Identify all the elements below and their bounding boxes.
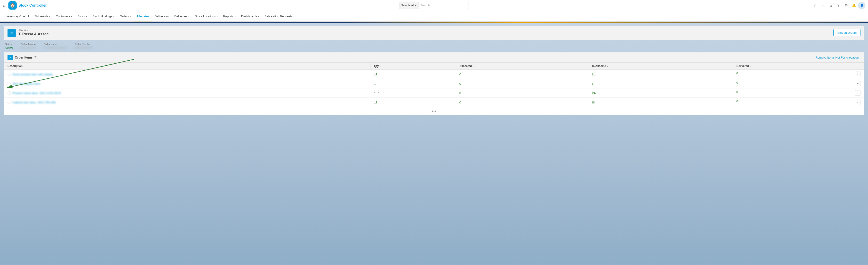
qty-value: 1 (374, 82, 376, 85)
cell-to-allocate: 18 (588, 98, 733, 107)
order-name-value: T. Rossa & Assoc. (44, 46, 67, 49)
top-right-icons: ☆ + ⌂ ? ⚙ 🔔 👤 (812, 2, 865, 9)
cell-to-allocate: 11 (588, 70, 733, 79)
status-label: Status (5, 43, 13, 46)
allocated-value: 0 (460, 101, 461, 104)
order-amount-value: $12,345.00 (21, 46, 36, 49)
favorites-icon[interactable]: ☆ (812, 2, 819, 9)
qty-value: 11 (374, 73, 377, 76)
cell-qty: 1 (370, 79, 456, 88)
table-card-header: ≡ Order Items (4) Remove Items Not For A… (4, 52, 864, 63)
cell-description: Some product item with details (4, 70, 370, 79)
description-link[interactable]: Cabinet item desc. SKU-765-456 (12, 101, 56, 104)
sort-icon: ▾ (607, 65, 608, 67)
meta-order-name: Order Name T. Rossa & Assoc. (44, 43, 67, 49)
meta-status: Status Active (5, 43, 13, 49)
order-number-value: ORD-000123 (74, 46, 92, 49)
sort-icon: ▾ (380, 65, 381, 67)
order-header-card: ≡ Allocator T. Rossa & Assoc. Search Ord… (4, 26, 864, 40)
cell-allocated: 0 (456, 98, 588, 107)
cell-allocated: 0 (456, 79, 588, 88)
row-radio[interactable] (7, 91, 11, 95)
table-row: Product name desc. SKU-1234-5678 137 0 1… (4, 88, 864, 98)
row-expand-button[interactable]: ▾ (855, 81, 861, 86)
table-icon: ≡ (7, 55, 13, 60)
chevron-down-icon: ▾ (235, 15, 236, 18)
nav-item-deliverator[interactable]: Deliverator (152, 11, 172, 22)
nav-item-stock-holdings[interactable]: Stock Holdings ▾ (90, 11, 117, 22)
order-header-icon: ≡ (7, 29, 16, 37)
cell-delivered: 0 ▾ (733, 70, 864, 79)
remove-items-button[interactable]: Remove Items Not For Allocation (814, 55, 861, 60)
col-qty: Qty ▾ (370, 63, 456, 70)
nav-item-allocator[interactable]: Allocator (133, 11, 152, 22)
nav-item-inventory-control[interactable]: Inventory Control (4, 11, 32, 22)
meta-order-number: Order Number ORD-000123 (74, 43, 92, 49)
nav-item-fabrication-requests[interactable]: Fabrication Requests ▾ (262, 11, 297, 22)
chevron-down-icon: ▾ (415, 4, 416, 7)
cell-description: Product name desc. SKU-1234-5678 (4, 88, 370, 98)
table-row: Some product item with details 11 0 11 0… (4, 70, 864, 79)
order-header-left: ≡ Allocator T. Rossa & Assoc. (7, 29, 50, 37)
nav-item-orders[interactable]: Orders ▾ (117, 11, 134, 22)
waffle-icon[interactable]: ⠿ (3, 3, 6, 8)
row-radio[interactable] (7, 101, 11, 104)
description-link[interactable]: Item description here (12, 82, 40, 85)
cell-delivered: 0 ▾ (733, 98, 864, 107)
row-radio[interactable] (7, 82, 11, 85)
table-row: Item description here 1 0 1 0 ▾ (4, 79, 864, 88)
sort-icon: ▾ (750, 65, 751, 67)
nav-item-reports[interactable]: Reports ▾ (220, 11, 238, 22)
cell-allocated: 0 (456, 70, 588, 79)
description-link[interactable]: Some product item with details (12, 73, 53, 76)
nav-item-deliveries[interactable]: Deliveries ▾ (172, 11, 192, 22)
qty-value: 137 (374, 91, 379, 95)
setup-icon[interactable]: ⚙ (842, 2, 850, 9)
cell-qty: 137 (370, 88, 456, 98)
col-allocated: Allocated ▾ (456, 63, 588, 70)
avatar[interactable]: 👤 (858, 2, 865, 9)
order-number-label: Order Number (74, 43, 92, 46)
cell-to-allocate: 137 (588, 88, 733, 98)
cell-description: Item description here (4, 79, 370, 88)
row-expand-button[interactable]: ▾ (855, 72, 861, 77)
col-delivered: Delivered ▾ (733, 63, 864, 70)
search-scope[interactable]: Search: All ▾ (399, 2, 418, 9)
nav-item-stock[interactable]: Stock ▾ (75, 11, 90, 22)
nav-item-dashboards[interactable]: Dashboards ▾ (238, 11, 262, 22)
help-icon[interactable]: ? (835, 2, 842, 9)
search-input[interactable] (418, 2, 469, 9)
to-allocate-value: 137 (591, 91, 596, 95)
app-name: Stock Controller (19, 3, 46, 7)
plus-icon[interactable]: + (819, 2, 827, 9)
table-title: Order Items (4) (15, 56, 37, 59)
sort-icon: ▾ (473, 65, 474, 67)
nav-item-containers[interactable]: Containers ▾ (53, 11, 75, 22)
description-link[interactable]: Product name desc. SKU-1234-5678 (12, 91, 61, 95)
search-orders-button[interactable]: Search Orders (833, 29, 861, 36)
allocated-value: 0 (460, 73, 461, 76)
order-amount-label: Order Amount (21, 43, 36, 46)
row-radio[interactable] (7, 73, 11, 76)
cell-delivered: 0 ▾ (733, 88, 864, 98)
order-meta: Status Active Order Amount $12,345.00 Or… (4, 43, 864, 49)
table-row: Cabinet item desc. SKU-765-456 18 0 18 0… (4, 98, 864, 107)
chevron-down-icon: ▾ (217, 15, 218, 18)
bell-icon[interactable]: 🔔 (850, 2, 858, 9)
home-icon[interactable]: ⌂ (827, 2, 834, 9)
table-body: Some product item with details 11 0 11 0… (4, 70, 864, 107)
cell-description: Cabinet item desc. SKU-765-456 (4, 98, 370, 107)
search-bar: Search: All ▾ (399, 2, 469, 9)
table-footer[interactable]: ••• (4, 107, 864, 115)
chevron-down-icon: ▾ (188, 15, 189, 18)
allocated-value: 0 (460, 82, 461, 85)
to-allocate-value: 11 (591, 73, 595, 76)
nav-item-shipments[interactable]: Shipments ▾ (32, 11, 53, 22)
row-expand-button[interactable]: ▾ (855, 100, 861, 105)
order-name-label: Order Name (44, 43, 67, 46)
nav-item-stock-locations[interactable]: Stock Locations ▾ (192, 11, 221, 22)
chevron-down-icon: ▾ (86, 15, 87, 18)
chevron-down-icon: ▾ (113, 15, 115, 18)
row-expand-button[interactable]: ▾ (855, 90, 861, 96)
cell-qty: 18 (370, 98, 456, 107)
